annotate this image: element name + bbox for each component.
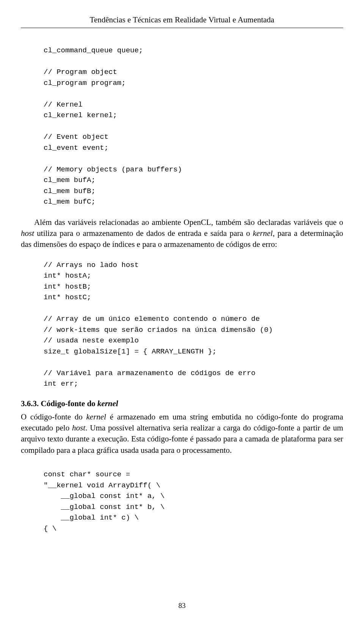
- section-heading: 3.6.3. Código-fonte do kernel: [21, 399, 343, 408]
- page-header-title: Tendências e Técnicas em Realidade Virtu…: [21, 15, 343, 25]
- page-wrapper: Tendências e Técnicas em Realidade Virtu…: [0, 0, 364, 625]
- paragraph-1-italic-1: host: [21, 229, 34, 238]
- page-number: 83: [0, 601, 364, 610]
- paragraph-1-text-1: Além das variáveis relacionadas ao ambie…: [34, 218, 343, 227]
- section-title-italic: kernel: [97, 399, 118, 408]
- paragraph-2-italic-1: kernel: [86, 412, 106, 421]
- paragraph-2: O código-fonte do kernel é armazenado em…: [21, 411, 343, 456]
- section-title-prefix: Código-fonte do: [41, 399, 97, 408]
- code-block-3: const char* source = "__kernel void Arra…: [44, 469, 343, 534]
- header-rule: [21, 28, 343, 28]
- paragraph-2-text-1: O código-fonte do: [21, 412, 86, 421]
- code-block-2: // Arrays no lado host int* hostA; int* …: [44, 260, 343, 389]
- code-block-1: cl_command_queue queue; // Program objec…: [44, 45, 343, 207]
- paragraph-2-italic-2: host: [72, 423, 85, 432]
- paragraph-1-text-2: utiliza para o armazenamento de dados de…: [34, 229, 253, 238]
- page-content: Tendências e Técnicas em Realidade Virtu…: [0, 0, 364, 562]
- paragraph-1-italic-2: kernel: [253, 229, 273, 238]
- section-number: 3.6.3.: [21, 399, 39, 408]
- paragraph-1: Além das variáveis relacionadas ao ambie…: [21, 217, 343, 250]
